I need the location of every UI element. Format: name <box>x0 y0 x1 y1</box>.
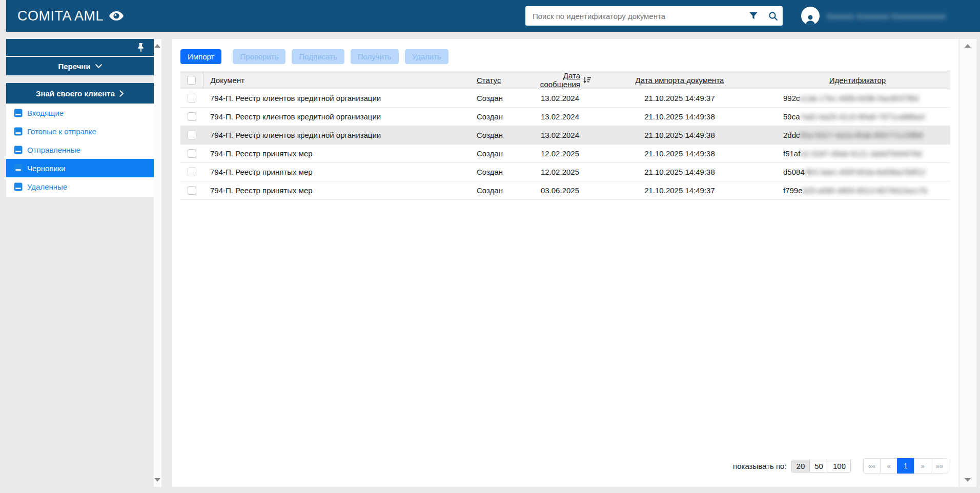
sidebar-section-know-your-client[interactable]: Знай своего клиента <box>6 83 154 104</box>
main-content-panel: Импорт Проверить Подписать Получить Удал… <box>172 39 958 487</box>
person-icon <box>804 13 816 25</box>
table-row[interactable]: 794-П. Реестр принятых мер Создан 12.02.… <box>180 145 950 163</box>
journal-icon <box>14 164 23 173</box>
identifier-redacted: 55a-5d17-4a2a-85ab-856771c29fb8 <box>800 131 923 139</box>
search-button[interactable] <box>763 6 783 26</box>
prev-page-button[interactable]: « <box>880 458 897 474</box>
section-label: Знай своего клиента <box>36 89 115 98</box>
cell-import-date: 21.10.2025 14:49:38 <box>595 126 765 145</box>
column-header-document: Документ <box>203 71 471 89</box>
column-header-import-date[interactable]: Дата импорта документа <box>595 71 765 89</box>
scroll-up-icon[interactable] <box>965 44 971 48</box>
pin-icon[interactable] <box>137 43 145 52</box>
cell-document: 794-П. Реестр клиентов кредитной организ… <box>203 108 471 126</box>
page-size-20[interactable]: 20 <box>792 460 810 472</box>
identifier-redacted: d63-3aec-450f-b53a-8a59ba7b8f12 <box>805 168 926 176</box>
top-header-bar: COMITA AML <box>6 0 980 32</box>
filter-button[interactable] <box>744 6 763 26</box>
cell-identifier: f51afe2-32d7-49ab-9121-3a6d7b93976d <box>765 145 950 163</box>
page-size-50[interactable]: 50 <box>809 460 828 472</box>
sidebar-menu-panel: Знай своего клиента Входящие <box>6 83 154 197</box>
last-page-button[interactable]: »» <box>931 458 948 474</box>
sidebar-item-label: Черновики <box>27 164 66 173</box>
cell-message-date: 12.02.2025 <box>532 145 595 163</box>
table-row[interactable]: 794-П. Реестр принятых мер Создан 03.06.… <box>180 181 950 200</box>
documents-table: Документ Статус Дата сообщения <box>180 71 950 200</box>
cell-document: 794-П. Реестр клиентов кредитной организ… <box>203 89 471 108</box>
scroll-down-icon[interactable] <box>154 478 160 482</box>
cell-document: 794-П. Реестр принятых мер <box>203 145 471 163</box>
sidebar-scrollbar[interactable] <box>154 39 161 487</box>
cell-status: Создан <box>471 145 532 163</box>
identifier-redacted: 7ad1-ba25-41c5-85a8-7971ca88ba3 <box>800 112 925 121</box>
row-checkbox[interactable] <box>188 186 196 195</box>
lists-label: Перечни <box>58 62 90 71</box>
row-select-cell <box>180 145 203 163</box>
column-header-status[interactable]: Статус <box>471 71 532 89</box>
main-scrollbar[interactable] <box>959 39 976 487</box>
column-header-message-date[interactable]: Дата сообщения <box>532 71 595 89</box>
import-button[interactable]: Импорт <box>180 49 221 64</box>
cell-status: Создан <box>471 126 532 145</box>
sign-button: Подписать <box>292 49 344 64</box>
next-page-button[interactable]: » <box>914 458 931 474</box>
document-search-box <box>525 6 783 26</box>
row-select-cell <box>180 89 203 108</box>
document-toolbar: Импорт Проверить Подписать Получить Удал… <box>180 49 950 64</box>
cell-document: 794-П. Реестр принятых мер <box>203 181 471 200</box>
sidebar-menu-item[interactable]: Удаленные <box>6 177 154 196</box>
cell-message-date: 13.02.2024 <box>532 89 595 108</box>
select-all-checkbox[interactable] <box>187 76 196 85</box>
pagination-bar: показывать по: 20 50 100 «« « 1 » »» <box>733 458 948 474</box>
row-select-cell <box>180 126 203 145</box>
user-menu[interactable]: Ххххххх Хххххххх Хххххххххххххх <box>801 7 946 25</box>
current-page-button[interactable]: 1 <box>897 458 914 474</box>
journal-icon <box>14 127 23 136</box>
journal-icon <box>14 182 23 191</box>
table-row[interactable]: 794-П. Реестр принятых мер Создан 12.02.… <box>180 163 950 181</box>
table-row[interactable]: 794-П. Реестр клиентов кредитной организ… <box>180 89 950 108</box>
row-select-cell <box>180 181 203 200</box>
identifier-redacted: e1ab-17bc-495b-b09b-5ac8037f6d <box>800 94 918 102</box>
filter-icon <box>749 11 758 20</box>
sidebar-menu-item[interactable]: Черновики <box>6 159 154 177</box>
first-page-button[interactable]: «« <box>863 458 881 474</box>
cell-import-date: 21.10.2025 14:49:38 <box>595 145 765 163</box>
row-checkbox[interactable] <box>188 112 196 121</box>
check-button: Проверить <box>233 49 285 64</box>
sidebar-lists-toggle[interactable]: Перечни <box>6 57 154 75</box>
search-input[interactable] <box>525 6 744 26</box>
cell-import-date: 21.10.2025 14:49:38 <box>595 163 765 181</box>
cell-status: Создан <box>471 108 532 126</box>
pager: «« « 1 » »» <box>863 458 948 474</box>
page-size-label: показывать по: <box>733 462 787 470</box>
sidebar-menu-item[interactable]: Готовые к отправке <box>6 122 154 140</box>
sidebar-menu-item[interactable]: Отправленные <box>6 140 154 159</box>
cell-message-date: 03.06.2025 <box>532 181 595 200</box>
row-select-cell <box>180 163 203 181</box>
sidebar-pin-bar <box>6 39 154 56</box>
scroll-up-icon[interactable] <box>154 44 160 48</box>
cell-identifier: 2ddc55a-5d17-4a2a-85ab-856771c29fb8 <box>765 126 950 145</box>
page-size-selector: 20 50 100 <box>791 460 851 473</box>
row-checkbox[interactable] <box>188 131 196 139</box>
table-row[interactable]: 794-П. Реестр клиентов кредитной организ… <box>180 126 950 145</box>
row-checkbox[interactable] <box>188 149 196 158</box>
cell-document: 794-П. Реестр принятых мер <box>203 163 471 181</box>
journal-icon <box>14 146 23 154</box>
row-checkbox[interactable] <box>188 94 196 102</box>
table-header-row: Документ Статус Дата сообщения <box>180 71 950 89</box>
cell-identifier: 992ce1ab-17bc-495b-b09b-5ac8037f6d <box>765 89 950 108</box>
receive-button: Получить <box>351 49 399 64</box>
eye-icon <box>109 11 124 21</box>
table-row[interactable]: 794-П. Реестр клиентов кредитной организ… <box>180 108 950 126</box>
select-all-cell <box>180 71 203 89</box>
page-size-100[interactable]: 100 <box>828 460 850 472</box>
column-header-identifier[interactable]: Идентификатор <box>765 71 950 89</box>
identifier-redacted: e2-32d7-49ab-9121-3a6d7b93976d <box>800 149 922 158</box>
row-checkbox[interactable] <box>188 168 196 176</box>
cell-message-date: 12.02.2025 <box>532 163 595 181</box>
scroll-down-icon[interactable] <box>965 478 971 482</box>
sidebar-menu-item[interactable]: Входящие <box>6 104 154 122</box>
cell-document: 794-П. Реестр клиентов кредитной организ… <box>203 126 471 145</box>
